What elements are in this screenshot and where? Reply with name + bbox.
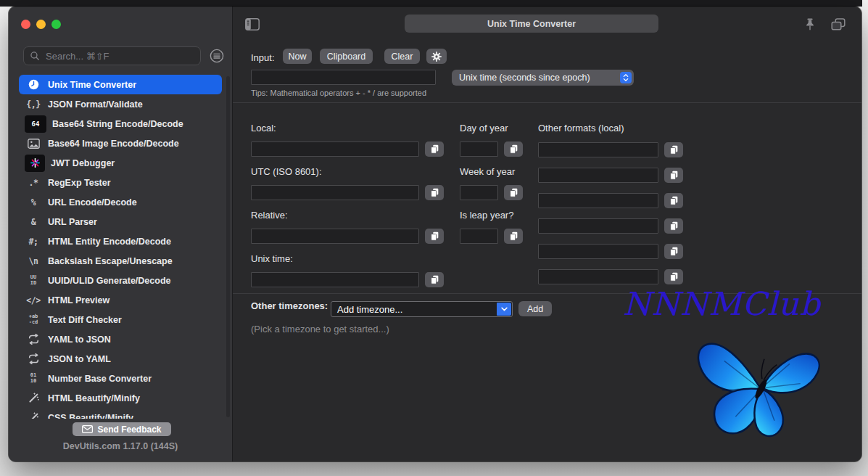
filter-icon[interactable] <box>210 49 224 63</box>
pin-icon[interactable] <box>805 18 815 30</box>
htmlpreview-icon: </> <box>25 293 42 308</box>
copy-is-leap-year-button[interactable] <box>504 229 523 244</box>
copy-day-of-year-button[interactable] <box>504 141 523 157</box>
sidebar-item-regexp-tester[interactable]: .*RegExp Tester <box>19 173 222 192</box>
send-feedback-button[interactable]: Send Feedback <box>73 422 171 436</box>
braces-icon: {,} <box>25 97 42 112</box>
chevron-down-icon <box>497 303 511 316</box>
amp-icon: & <box>25 215 42 229</box>
copy-other-format-6-button[interactable] <box>664 269 683 284</box>
windows-stack-icon[interactable] <box>831 18 846 30</box>
field-label-utc: UTC (ISO 8601): <box>251 166 322 177</box>
sidebar-item-css-beautify-minify[interactable]: CSS Beautify/Minify <box>19 408 222 419</box>
field-label-relative: Relative: <box>251 210 288 221</box>
copy-icon <box>669 196 679 205</box>
field-label-unix-time: Unix time: <box>251 253 293 264</box>
clear-button[interactable]: Clear <box>384 49 420 64</box>
zoom-window-button[interactable] <box>51 20 61 29</box>
sidebar-item-json-to-yaml[interactable]: JSON to YAML <box>19 349 222 369</box>
title-tab[interactable]: Unix Time Converter <box>405 15 658 33</box>
sidebar-item-html-entity-encode-decode[interactable]: #;HTML Entity Encode/Decode <box>19 231 222 251</box>
field-utc[interactable] <box>251 185 419 200</box>
field-unix-time[interactable] <box>251 272 419 287</box>
background-window-strip <box>0 0 862 7</box>
copy-icon <box>430 188 439 197</box>
sidebar-item-jwt-debugger[interactable]: JWT Debugger <box>19 153 222 173</box>
wand-icon <box>25 391 42 406</box>
sidebar-item-label: Base64 Image Encode/Decode <box>48 139 179 149</box>
sidebar-item-label: JWT Debugger <box>51 158 115 168</box>
field-relative[interactable] <box>251 229 419 244</box>
sidebar-item-number-base-converter[interactable]: 01 10Number Base Converter <box>19 369 222 388</box>
sidebar-item-base64-string-encode-decode[interactable]: 64Base64 String Encode/Decode <box>19 114 222 134</box>
copy-other-format-2-button[interactable] <box>664 168 683 183</box>
send-feedback-label: Send Feedback <box>97 424 161 435</box>
sidebar-item-label: HTML Preview <box>48 295 109 305</box>
sidebar-item-label: JSON Format/Validate <box>48 99 143 110</box>
sidebar-item-json-format-validate[interactable]: {,}JSON Format/Validate <box>19 94 222 114</box>
search-input[interactable] <box>44 50 194 62</box>
minimize-window-button[interactable] <box>36 20 46 29</box>
copy-icon <box>669 247 679 256</box>
sidebar-item-label: Backslash Escape/Unescape <box>48 256 173 266</box>
sidebar-item-yaml-to-json[interactable]: YAML to JSON <box>19 329 222 349</box>
add-timezone-combo[interactable]: Add timezone... <box>331 301 513 317</box>
field-other-format-5[interactable] <box>538 244 658 259</box>
sidebar-scrollbar[interactable] <box>226 76 230 417</box>
field-other-format-2[interactable] <box>538 168 658 183</box>
copy-other-format-3-button[interactable] <box>664 193 683 208</box>
input-settings-button[interactable] <box>426 49 447 64</box>
sidebar-item-url-parser[interactable]: &URL Parser <box>19 212 222 231</box>
sidebar-item-html-preview[interactable]: </>HTML Preview <box>19 290 222 310</box>
main-panel: Unix Time Converter Input: Now Clipboard… <box>233 7 861 461</box>
clipboard-button[interactable]: Clipboard <box>320 49 373 64</box>
now-button[interactable]: Now <box>283 49 312 64</box>
field-day-of-year[interactable] <box>460 141 498 157</box>
copy-local-button[interactable] <box>425 141 444 157</box>
sidebar-item-label: Text Diff Checker <box>48 315 122 325</box>
sidebar-item-base64-image-encode-decode[interactable]: Base64 Image Encode/Decode <box>19 134 222 153</box>
field-local[interactable] <box>251 141 419 157</box>
copy-utc-button[interactable] <box>425 185 444 200</box>
numbase-icon: 01 10 <box>25 372 42 386</box>
sidebar-item-label: HTML Beautify/Minify <box>48 393 140 403</box>
sidebar-item-uuid-ulid-generate-decode[interactable]: UU IDUUID/ULID Generate/Decode <box>19 271 222 290</box>
field-other-format-3[interactable] <box>538 193 658 208</box>
sidebar-item-label: Base64 String Encode/Decode <box>52 119 183 129</box>
field-other-format-4[interactable] <box>538 218 658 234</box>
copy-icon <box>430 275 439 284</box>
search-icon <box>30 51 40 61</box>
close-window-button[interactable] <box>21 20 30 29</box>
other-timezones-label: Other timezones: <box>251 300 328 311</box>
field-other-format-1[interactable] <box>538 142 658 157</box>
add-timezone-value: Add timezone... <box>337 304 402 315</box>
regex-icon: .* <box>25 176 42 190</box>
copy-relative-button[interactable] <box>425 229 444 244</box>
sidebar-item-html-beautify-minify[interactable]: HTML Beautify/Minify <box>19 388 222 408</box>
swap-icon <box>25 352 42 366</box>
wand-icon <box>25 411 42 419</box>
butterfly-image <box>687 320 829 455</box>
copy-other-format-1-button[interactable] <box>664 142 683 157</box>
toggle-sidebar-icon[interactable] <box>245 18 260 30</box>
field-is-leap-year[interactable] <box>460 229 498 244</box>
sidebar-item-text-diff-checker[interactable]: +ab -cdText Diff Checker <box>19 310 222 329</box>
copy-icon <box>509 188 518 197</box>
copy-unix-time-button[interactable] <box>425 272 444 287</box>
field-other-format-6[interactable] <box>538 269 658 284</box>
input-format-select[interactable]: Unix time (seconds since epoch) <box>452 70 634 86</box>
sidebar-item-label: URL Encode/Decode <box>48 197 137 208</box>
sidebar-item-unix-time-converter[interactable]: Unix Time Converter <box>19 75 222 94</box>
input-field[interactable] <box>251 70 436 85</box>
copy-other-format-4-button[interactable] <box>664 218 683 234</box>
copy-other-format-5-button[interactable] <box>664 244 683 259</box>
search-box[interactable] <box>23 46 201 65</box>
other-formats-label: Other formats (local) <box>538 123 624 134</box>
envelope-icon <box>82 425 93 433</box>
copy-week-of-year-button[interactable] <box>504 185 523 200</box>
sidebar-item-backslash-escape-unescape[interactable]: \nBackslash Escape/Unescape <box>19 251 222 271</box>
add-timezone-button[interactable]: Add <box>518 301 552 316</box>
entity-icon: #; <box>25 234 42 249</box>
field-week-of-year[interactable] <box>460 185 498 200</box>
sidebar-item-url-encode-decode[interactable]: %URL Encode/Decode <box>19 192 222 212</box>
